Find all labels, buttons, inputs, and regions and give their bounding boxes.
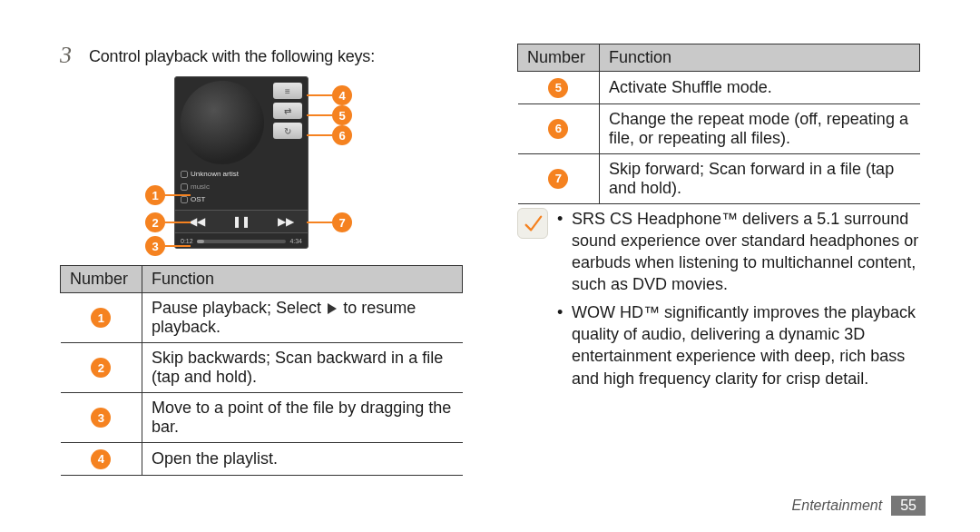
next-icon: ▶▶ [278, 215, 294, 228]
table-row: 3 Move to a point of the file by draggin… [61, 393, 463, 443]
note-item: SRS CS Headphone™ delivers a 5.1 surroun… [557, 208, 920, 296]
col-header-number: Number [61, 266, 142, 293]
callout-2: 2 [145, 212, 165, 232]
col-header-number: Number [518, 44, 600, 72]
section-name: Entertainment [792, 498, 883, 514]
note-icon [517, 208, 548, 239]
note-block: SRS CS Headphone™ delivers a 5.1 surroun… [517, 208, 920, 395]
page-footer: Entertainment 55 [792, 496, 926, 516]
album-art-icon [181, 81, 264, 164]
prev-icon: ◀◀ [189, 215, 205, 228]
callout-7: 7 [332, 212, 352, 232]
progress-bar: 0:12 4:34 [181, 238, 302, 244]
playlist-icon: ≡ [273, 83, 302, 99]
right-column: Number Function 5 Activate Shuffle mode.… [517, 44, 920, 476]
row-function: Activate Shuffle mode. [600, 72, 920, 104]
player-screenshot: ≡ ⇄ ↻ Unknown artist music OST ◀◀ ❚❚ ▶▶ … [147, 76, 428, 249]
table-row: 5 Activate Shuffle mode. [518, 72, 920, 104]
row-function: Move to a point of the file by dragging … [142, 393, 463, 443]
table-row: 7 Skip forward; Scan forward in a file (… [518, 153, 920, 203]
col-header-function: Function [142, 266, 463, 293]
callout-6: 6 [332, 125, 352, 145]
row-function: Skip forward; Scan forward in a file (ta… [600, 153, 920, 203]
left-column: 3 Control playback with the following ke… [60, 44, 463, 476]
row-function: Change the repeat mode (off, repeating a… [600, 103, 920, 153]
time-total: 4:34 [289, 238, 302, 244]
row-badge: 3 [91, 408, 111, 428]
callout-5: 5 [332, 105, 352, 125]
table-row: 1 Pause playback; Select to resume playb… [61, 293, 463, 343]
col-header-function: Function [600, 44, 920, 72]
row-badge: 6 [548, 119, 568, 139]
callout-1: 1 [145, 185, 165, 205]
table-row: 6 Change the repeat mode (off, repeating… [518, 103, 920, 153]
step-number: 3 [60, 44, 78, 67]
table-row: 4 Open the playlist. [61, 443, 463, 476]
row-function: Pause playback; Select to resume playbac… [142, 293, 463, 343]
step-text: Control playback with the following keys… [89, 44, 375, 66]
row-function: Open the playlist. [142, 443, 463, 476]
row-function: Skip backwards; Scan backward in a file … [142, 343, 463, 393]
right-function-table: Number Function 5 Activate Shuffle mode.… [517, 44, 920, 204]
table-row: 2 Skip backwards; Scan backward in a fil… [61, 343, 463, 393]
row-badge: 7 [548, 169, 568, 189]
row-badge: 2 [91, 358, 111, 378]
row-badge: 1 [91, 308, 111, 328]
left-function-table: Number Function 1 Pause playback; Select… [60, 265, 463, 476]
row-badge: 4 [91, 449, 111, 469]
row-badge: 5 [548, 78, 568, 98]
callout-4: 4 [332, 85, 352, 105]
meta-artist: Unknown artist [181, 170, 239, 178]
play-icon [328, 303, 337, 314]
page-number: 55 [891, 496, 926, 516]
note-item: WOW HD™ significantly improves the playb… [557, 301, 920, 389]
shuffle-icon: ⇄ [273, 103, 302, 119]
callout-3: 3 [145, 236, 165, 256]
repeat-icon: ↻ [273, 123, 302, 139]
pause-icon: ❚❚ [232, 215, 250, 228]
step-line: 3 Control playback with the following ke… [60, 44, 463, 67]
